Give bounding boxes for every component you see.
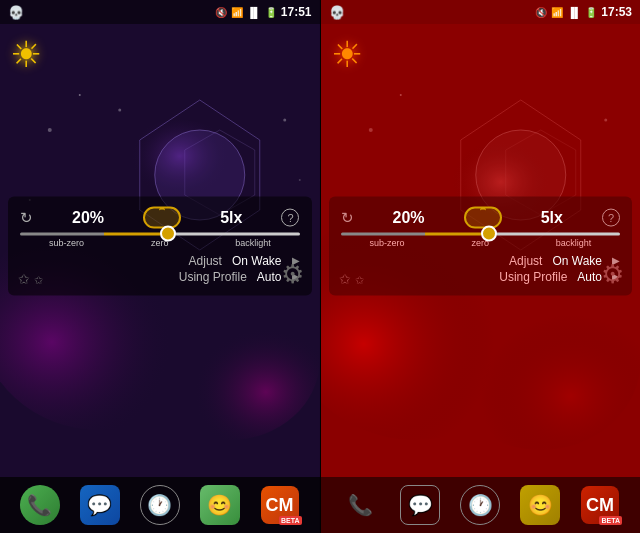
dock-messenger-dark[interactable]: 💬 [80,485,120,525]
app-content-dark: ☀ ↻ 20% 5lx ? sub-zero ze [0,24,320,477]
adjust-label-dark: Adjust [189,253,222,267]
slider-label-zero-red: zero [434,237,527,247]
app-content-red: ☀ ↻ 20% 5lx ? sub-zero ze [321,24,641,477]
percent-text-red: 20% [393,208,425,226]
slider-track-red [341,232,621,235]
refresh-icon-red[interactable]: ↻ [341,208,354,226]
gear-icon-red[interactable]: ⚙ [601,258,624,288]
wifi-icon-dark: 📶 [231,7,243,18]
wifi-icon-red: 📶 [551,7,563,18]
status-left-red: 💀 [329,5,345,20]
profile-label-dark: Using Profile [179,269,247,283]
slider-label-backlight-red: backlight [527,237,620,247]
slider-track-dark [20,232,300,235]
lux-text-dark: 5lx [220,208,242,226]
battery-icon-dark: 🔋 [265,7,277,18]
star-icon-1-red[interactable]: ✩ [339,270,351,286]
slider-labels-red: sub-zero zero backlight [341,237,621,247]
star-icon-2-red[interactable]: ✩ [355,273,364,285]
mute-icon-red: 🔇 [535,7,547,18]
profile-row-dark: Using Profile Auto ▶ [20,269,300,283]
profile-row-red: Using Profile Auto ▶ [341,269,621,283]
cyanogen-icon-dark: 💀 [8,5,24,20]
help-icon-red[interactable]: ? [602,208,620,226]
widget-top-row-red: ↻ 20% 5lx ? [341,206,621,228]
widget-panel-red: ↻ 20% 5lx ? sub-zero zero backlight [329,196,633,295]
slider-thumb-dark[interactable] [160,225,176,241]
adjust-row-dark: Adjust On Wake ▶ [20,253,300,267]
dock-clock-red[interactable]: 🕐 [460,485,500,525]
star-area-red: ✩ ✩ [339,269,364,287]
dock-beta-dark[interactable]: CM BETA [260,485,300,525]
star-area-dark: ✩ ✩ [18,269,43,287]
dock-phone-red[interactable]: 📞 [340,485,380,525]
dock-sms-red[interactable]: 😊 [520,485,560,525]
status-bar-dark: 💀 🔇 📶 ▐▌ 🔋 17:51 [0,0,320,24]
mute-icon-dark: 🔇 [215,7,227,18]
slider-dark[interactable]: sub-zero zero backlight [20,232,300,247]
dock-beta-red[interactable]: CM BETA [580,485,620,525]
adjust-value-red: On Wake [552,253,602,267]
gear-area-dark: ⚙ [281,258,304,289]
slider-label-backlight-dark: backlight [206,237,299,247]
widget-top-row-dark: ↻ 20% 5lx ? [20,206,300,228]
slider-label-sub-zero-red: sub-zero [341,237,434,247]
gear-area-red: ⚙ [601,258,624,289]
star-icon-1-dark[interactable]: ✩ [18,270,30,286]
profile-label-red: Using Profile [499,269,567,283]
time-dark: 17:51 [281,5,312,19]
phone-screen-dark: 💀 🔇 📶 ▐▌ 🔋 17:51 ☀ ↻ 20% 5lx ? [0,0,320,533]
profile-value-red: Auto [577,269,602,283]
time-red: 17:53 [601,5,632,19]
slider-red[interactable]: sub-zero zero backlight [341,232,621,247]
weather-icon-red: ☀ [331,34,363,76]
beta-badge-dark: BETA [279,516,302,525]
refresh-icon-dark[interactable]: ↻ [20,208,33,226]
slider-label-sub-zero-dark: sub-zero [20,237,113,247]
dock-phone-dark[interactable]: 📞 [20,485,60,525]
status-right-dark: 🔇 📶 ▐▌ 🔋 17:51 [215,5,312,19]
adjust-row-red: Adjust On Wake ▶ [341,253,621,267]
status-right-red: 🔇 📶 ▐▌ 🔋 17:53 [535,5,632,19]
percent-text-dark: 20% [72,208,104,226]
dock-sms-dark[interactable]: 😊 [200,485,240,525]
bottom-dock-red: 📞 💬 🕐 😊 CM BETA [321,477,641,533]
status-bar-red: 💀 🔇 📶 ▐▌ 🔋 17:53 [321,0,641,24]
beta-badge-red: BETA [599,516,622,525]
help-icon-dark[interactable]: ? [281,208,299,226]
slider-labels-dark: sub-zero zero backlight [20,237,300,247]
weather-icon-dark: ☀ [10,34,42,76]
widget-panel-dark: ↻ 20% 5lx ? sub-zero zero backlight [8,196,312,295]
status-left-dark: 💀 [8,5,24,20]
slider-thumb-red[interactable] [481,225,497,241]
battery-icon-red: 🔋 [585,7,597,18]
dock-clock-dark[interactable]: 🕐 [140,485,180,525]
profile-value-dark: Auto [257,269,282,283]
signal-icon-red: ▐▌ [567,7,581,18]
cyanogen-icon-red: 💀 [329,5,345,20]
gear-icon-dark[interactable]: ⚙ [281,258,304,288]
glasses-icon-red [464,206,502,228]
bottom-dock-dark: 📞 💬 🕐 😊 CM BETA [0,477,320,533]
adjust-label-red: Adjust [509,253,542,267]
phone-screen-red: 💀 🔇 📶 ▐▌ 🔋 17:53 ☀ ↻ 20% 5lx ? [321,0,641,533]
signal-icon-dark: ▐▌ [247,7,261,18]
lux-text-red: 5lx [541,208,563,226]
dock-messenger-red[interactable]: 💬 [400,485,440,525]
adjust-value-dark: On Wake [232,253,282,267]
slider-label-zero-dark: zero [113,237,206,247]
glasses-icon-dark [143,206,181,228]
star-icon-2-dark[interactable]: ✩ [34,273,43,285]
